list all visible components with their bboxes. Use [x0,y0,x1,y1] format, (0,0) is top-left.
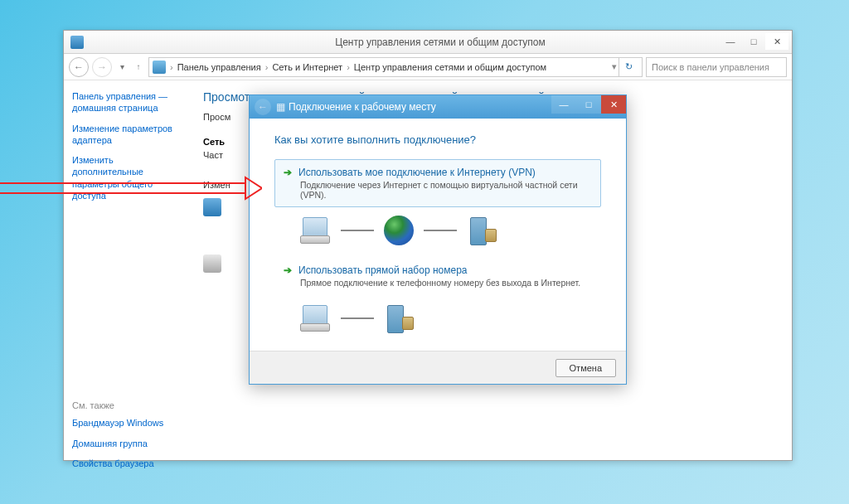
troubleshoot-icon [203,254,221,273]
forward-button[interactable]: → [92,57,112,77]
window-controls: — □ ✕ [719,33,788,50]
refresh-button[interactable]: ↻ [619,57,638,77]
dialog-back-button[interactable]: ← [255,99,271,115]
chevron-right-icon: › [263,62,271,72]
dialog-titlebar: ← ▦ Подключение к рабочему месту — □ ✕ [250,95,626,119]
chevron-right-icon: › [167,62,176,72]
dialog-footer: Отмена [250,351,626,384]
dialog-controls: — □ ✕ [551,95,626,114]
server-icon [467,216,500,245]
back-button[interactable]: ← [69,57,89,77]
breadcrumb-item[interactable]: Панель управления [177,62,261,72]
option-dialup[interactable]: ➔ Использовать прямой набор номера Прямо… [274,257,601,295]
dialog-minimize-button[interactable]: — [551,95,576,114]
computer-icon [298,216,331,245]
option-vpn-desc: Подключение через Интернет с помощью вир… [300,180,592,200]
connection-line [341,317,374,319]
navbar: ← → ▾ ↑ › Панель управления › Сеть и Инт… [64,54,792,80]
arrow-right-icon: ➔ [284,264,292,276]
breadcrumb-icon [153,61,166,74]
connect-workplace-dialog: ← ▦ Подключение к рабочему месту — □ ✕ К… [249,94,627,385]
sidebar-link-firewall[interactable]: Брандмауэр Windows [72,417,180,429]
dialog-maximize-button[interactable]: □ [576,95,601,114]
cancel-button[interactable]: Отмена [555,359,616,377]
dialup-diagram [298,303,601,333]
up-button[interactable]: ↑ [132,57,145,77]
option-vpn[interactable]: ➔ Использовать мое подключение к Интерне… [274,159,601,207]
close-button[interactable]: ✕ [765,33,788,50]
search-input[interactable]: Поиск в панели управления [646,57,787,77]
option-dialup-desc: Прямое подключение к телефонному номеру … [300,278,592,288]
dialog-question: Как вы хотите выполнить подключение? [274,133,601,146]
sidebar-link-adapter[interactable]: Изменение параметров адаптера [72,123,180,147]
dialog-close-button[interactable]: ✕ [601,95,626,114]
option-dialup-title: Использовать прямой набор номера [298,264,467,276]
breadcrumb-item[interactable]: Сеть и Интернет [272,62,342,72]
breadcrumb[interactable]: › Панель управления › Сеть и Интернет › … [148,57,643,77]
breadcrumb-item[interactable]: Центр управления сетями и общим доступом [354,62,546,72]
minimize-button[interactable]: — [719,33,742,50]
sidebar-link-home[interactable]: Панель управления — домашняя страница [72,90,180,114]
network-setup-icon [203,198,221,216]
breadcrumb-dropdown-icon[interactable]: ▾ [612,61,617,72]
recent-dropdown[interactable]: ▾ [115,57,129,77]
connection-line [341,230,374,231]
sidebar: Панель управления — домашняя страница Из… [64,80,188,460]
dialog-title: Подключение к рабочему месту [289,101,436,113]
search-placeholder: Поиск в панели управления [652,62,769,72]
arrow-right-icon: ➔ [284,167,292,178]
window-title: Центр управления сетями и общим доступом [89,36,792,48]
globe-icon [384,216,414,245]
window-icon [70,36,84,49]
maximize-button[interactable]: □ [742,33,765,50]
dialog-body: Как вы хотите выполнить подключение? ➔ И… [250,119,626,351]
computer-icon [298,303,331,333]
sidebar-link-browser[interactable]: Свойства браузера [72,458,180,469]
titlebar: Центр управления сетями и общим доступом… [64,31,792,54]
option-vpn-title: Использовать мое подключение к Интернету… [298,167,536,178]
connection-line [424,230,457,231]
see-also-label: См. также [72,400,180,410]
chevron-right-icon: › [344,62,352,72]
vpn-diagram [298,216,601,245]
sidebar-link-homegroup[interactable]: Домашняя группа [72,438,180,449]
sidebar-link-sharing[interactable]: Изменить дополнительные параметры общего… [72,154,180,201]
server-icon [384,303,417,333]
dialog-icon: ▦ [276,101,285,113]
